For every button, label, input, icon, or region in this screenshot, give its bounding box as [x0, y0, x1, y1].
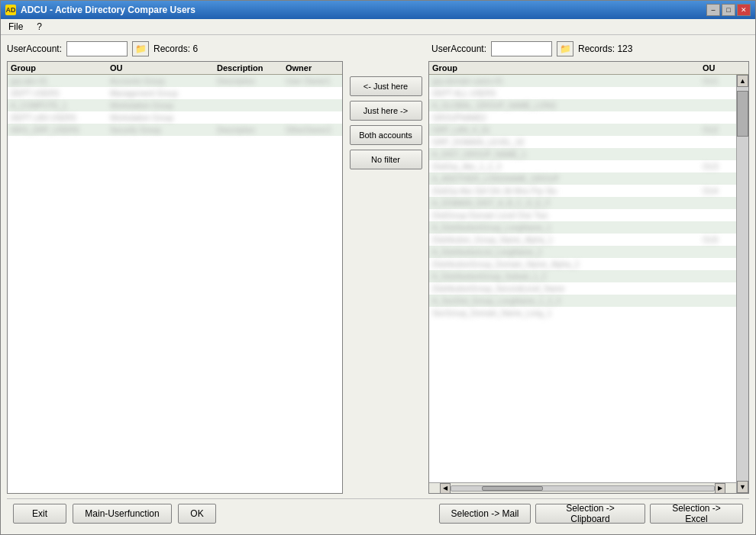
middle-buttons: <- Just here Just here -> Both accounts … [347, 61, 424, 494]
top-section: UserAccount: 📁 Records: 6 UserAccount: 📁… [7, 41, 749, 56]
both-accounts-button[interactable]: Both accounts [350, 125, 422, 145]
left-cell-group: grp-abc-01 [11, 77, 110, 85]
right-panel-inner: grp-domain-users-01 OU1 DEPT ALL USERS A… [429, 75, 748, 493]
left-folder-icon[interactable]: 📁 [132, 41, 149, 56]
table-row[interactable]: DEPT USERS Management Group [8, 87, 342, 99]
table-row[interactable]: A_DOMAIN_DIST_A_B_C_D_E_F [429, 197, 736, 209]
no-filter-button[interactable]: No filter [350, 150, 422, 169]
left-cell-owner: User Owner1 [286, 77, 339, 85]
vscroll-thumb[interactable] [737, 91, 748, 137]
table-row[interactable]: grp-abc-01 Accounts Group Description Us… [8, 75, 342, 87]
left-cell-ou: Security Group [110, 126, 217, 134]
left-cell-ou: Workstation Group [110, 102, 217, 110]
table-row[interactable]: A_ANOTHER_LONGNAME_GROUP [429, 172, 736, 185]
left-cell-ou: Accounts Group [110, 77, 217, 85]
left-cell-desc: Description [217, 126, 286, 134]
table-row[interactable]: DEPT ALL USERS [429, 87, 736, 99]
table-row[interactable]: DEPT LAN USERS Workstation Group [8, 111, 342, 124]
bottom-left-buttons: Exit Main-Userfunction OK [13, 504, 349, 524]
selection-excel-button[interactable]: Selection -> Excel [650, 504, 743, 524]
bottom-right-buttons: Selection -> Mail Selection -> Clipboard… [355, 504, 743, 524]
hscroll-track[interactable] [451, 485, 715, 491]
menu-file[interactable]: File [5, 21, 26, 33]
left-col-owner: Owner [286, 63, 339, 73]
table-row[interactable]: SecGroup_Domain_Name_Long_1 [429, 307, 736, 319]
left-account-input[interactable] [66, 41, 128, 56]
table-row[interactable]: A_DistributionGroup_LongName_1 [429, 221, 736, 234]
just-here-left-button[interactable]: <- Just here [350, 76, 422, 96]
exit-button[interactable]: Exit [13, 504, 66, 524]
left-account-label: UserAccount: [7, 44, 62, 54]
left-table-body: grp-abc-01 Accounts Group Description Us… [8, 75, 342, 493]
table-row[interactable]: A_GLOBAL_GROUP_NAME_LONG [429, 99, 736, 111]
menu-help[interactable]: ? [34, 21, 45, 33]
main-area: Group OU Description Owner grp-abc-01 Ac… [7, 61, 749, 494]
table-row[interactable]: DistributionGroup_SecondLevel_Name [429, 282, 736, 295]
left-cell-desc: Description [217, 77, 286, 85]
hscroll-thumb[interactable] [482, 486, 543, 491]
table-row[interactable]: A_DistributionList_LongName_2 [429, 246, 736, 258]
right-vscroll: ▲ ▼ [736, 75, 748, 493]
table-row[interactable]: DistGrp Abc Def Ghi Jkl Mno Pqr Stu OU4 [429, 185, 736, 197]
right-col-group: Group [432, 63, 703, 73]
right-account-input[interactable] [491, 41, 552, 56]
title-bar: AD ADCU - Active Directory Compare Users… [1, 1, 755, 19]
left-cell-group: DEPT LAN USERS [11, 114, 110, 122]
right-folder-icon[interactable]: 📁 [557, 41, 573, 56]
just-here-right-button[interactable]: Just here -> [350, 101, 422, 121]
vscroll-up-button[interactable]: ▲ [737, 75, 748, 87]
left-cell-group: WKS_GRP_USERS [11, 126, 110, 134]
selection-mail-button[interactable]: Selection -> Mail [439, 504, 531, 524]
right-scroll-wrap: grp-domain-users-01 OU1 DEPT ALL USERS A… [429, 75, 736, 493]
table-row[interactable]: grp-domain-users-01 OU1 [429, 75, 736, 87]
hscroll-left-button[interactable]: ◀ [440, 483, 451, 494]
left-panel: Group OU Description Owner grp-abc-01 Ac… [7, 61, 343, 494]
content-area: UserAccount: 📁 Records: 6 UserAccount: 📁… [1, 35, 755, 534]
table-row[interactable]: GRP_DOMAIN_LEVEL_02 [429, 136, 736, 148]
left-col-ou: OU [110, 63, 217, 73]
left-col-group: Group [11, 63, 110, 73]
title-bar-left: AD ADCU - Active Directory Compare Users [5, 5, 195, 15]
selection-clipboard-button[interactable]: Selection -> Clipboard [535, 504, 645, 524]
left-cell-group: DEPT USERS [11, 89, 110, 98]
table-row[interactable]: GROUPNAME2 [429, 111, 736, 124]
table-row[interactable]: GRP_LAN_X_01 OU2 [429, 124, 736, 136]
left-cell-ou: Management Group [110, 89, 217, 98]
left-account-section: UserAccount: 📁 Records: 6 [7, 41, 343, 56]
app-icon: AD [5, 5, 16, 15]
title-controls: – □ ✕ [706, 4, 751, 16]
table-row[interactable]: DistGroup Domain Level One Two [429, 209, 736, 221]
close-button[interactable]: ✕ [737, 4, 751, 16]
right-table-header: Group OU [429, 62, 748, 75]
left-cell-ou: Workstation Group [110, 114, 217, 122]
right-records: Records: 123 [578, 44, 632, 54]
vscroll-track[interactable] [737, 87, 748, 481]
bottom-bar: Exit Main-Userfunction OK Selection -> M… [7, 498, 749, 528]
left-col-desc: Description [217, 63, 286, 73]
left-table-header: Group OU Description Owner [8, 62, 342, 75]
right-col-ou: OU [703, 63, 733, 73]
table-row[interactable]: A_COMPUTE_1 Workstation Group [8, 99, 342, 111]
window-title: ADCU - Active Directory Compare Users [21, 5, 195, 15]
ok-button[interactable]: OK [178, 504, 216, 524]
main-window: AD ADCU - Active Directory Compare Users… [0, 0, 756, 535]
table-row[interactable]: Distribution_Group_Name_Alpha_1 OU5 [429, 234, 736, 246]
table-row[interactable]: DistGrp_Abc_1_2_3 OU3 [429, 160, 736, 172]
right-account-label: UserAccount: [431, 44, 486, 54]
left-cell-group: A_COMPUTE_1 [11, 102, 110, 110]
menubar: File ? [1, 19, 755, 35]
minimize-button[interactable]: – [706, 4, 720, 16]
table-row[interactable]: A_SecDist_Group_LongName_1_2_3 [429, 295, 736, 307]
maximize-button[interactable]: □ [722, 4, 735, 16]
vscroll-down-button[interactable]: ▼ [737, 481, 748, 493]
table-row[interactable]: A_DIST_GROUP_NAME_1 [429, 148, 736, 160]
table-row[interactable]: DistributionGroup_Domain_Name_Alpha_2 [429, 258, 736, 270]
right-table-body: grp-domain-users-01 OU1 DEPT ALL USERS A… [429, 75, 736, 482]
main-userfunction-button[interactable]: Main-Userfunction [73, 504, 172, 524]
right-hscroll: ◀ ▶ [429, 482, 736, 493]
table-row[interactable]: WKS_GRP_USERS Security Group Description… [8, 124, 342, 136]
table-row[interactable]: A_DistributionGroup_Subset_1_2 [429, 270, 736, 282]
right-panel: Group OU grp-domain-users-01 OU1 DEPT AL… [428, 61, 749, 494]
hscroll-right-button[interactable]: ▶ [715, 483, 725, 494]
left-cell-owner: OtherOwner2 [286, 126, 339, 134]
